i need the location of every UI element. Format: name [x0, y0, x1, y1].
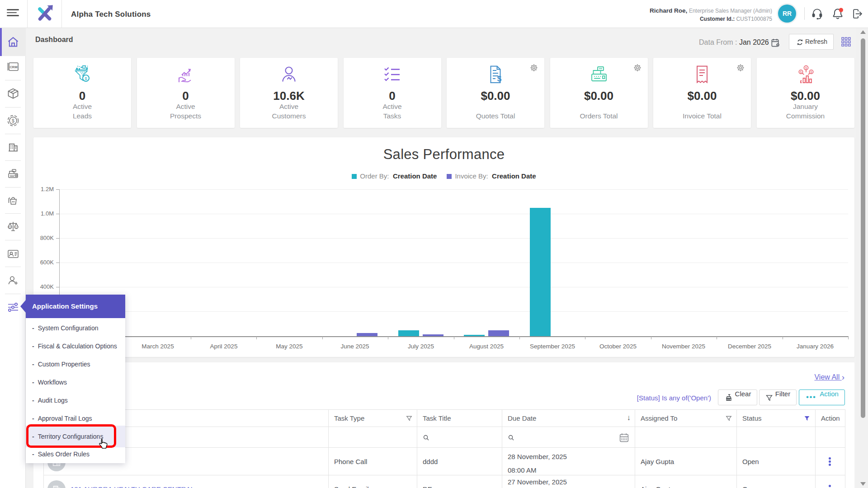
- svg-text:$: $: [12, 118, 14, 123]
- svg-text:$: $: [800, 70, 802, 74]
- svg-text:D: D: [8, 225, 11, 229]
- svg-text:$: $: [810, 70, 812, 74]
- svg-text:$: $: [85, 76, 87, 81]
- svg-text:$: $: [497, 75, 502, 83]
- svg-text:C: C: [15, 225, 18, 229]
- svg-text:CRM: CRM: [9, 65, 17, 69]
